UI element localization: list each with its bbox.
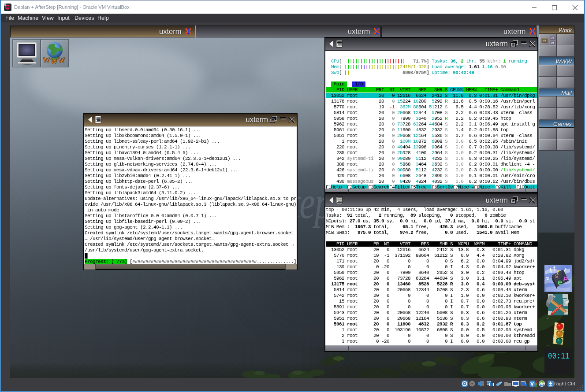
- svg-text:W: W: [43, 56, 50, 64]
- svg-text:t: t: [553, 265, 555, 272]
- svg-text:W: W: [58, 56, 65, 64]
- svg-text:e: e: [558, 277, 563, 287]
- svg-text:W: W: [50, 57, 58, 66]
